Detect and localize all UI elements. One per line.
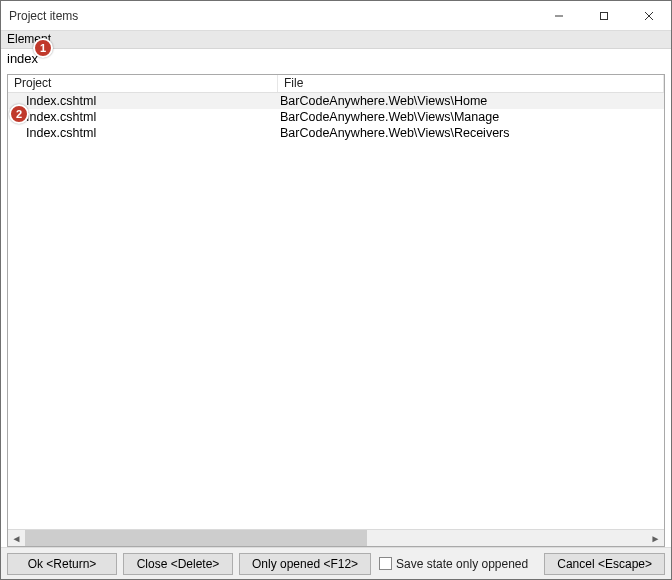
cancel-button[interactable]: Cancel <Escape>: [544, 553, 665, 575]
column-headers: Project File: [8, 75, 664, 93]
scrollbar-track[interactable]: [25, 530, 647, 546]
save-state-label: Save state only oppened: [396, 557, 528, 571]
search-input[interactable]: [7, 51, 665, 66]
table-row[interactable]: Index.cshtmlBarCodeAnywhere.Web\Views\Ma…: [8, 109, 664, 125]
scroll-right-arrow-icon[interactable]: ►: [647, 530, 664, 547]
minimize-icon: [554, 11, 564, 21]
scrollbar-thumb[interactable]: [25, 530, 367, 546]
annotation-callout-1: 1: [33, 38, 53, 58]
column-header-project[interactable]: Project: [8, 75, 278, 92]
search-row: [1, 49, 671, 71]
save-state-checkbox[interactable]: [379, 557, 392, 570]
ok-button[interactable]: Ok <Return>: [7, 553, 117, 575]
close-icon: [644, 11, 654, 21]
maximize-button[interactable]: [581, 1, 626, 30]
cell-project: Index.cshtml: [8, 110, 278, 124]
horizontal-scrollbar[interactable]: ◄ ►: [8, 529, 664, 546]
close-window-button[interactable]: [626, 1, 671, 30]
dialog-footer: Ok <Return> Close <Delete> Only opened <…: [1, 547, 671, 579]
window-controls: [536, 1, 671, 30]
window-title: Project items: [9, 9, 536, 23]
annotation-callout-2: 2: [9, 104, 29, 124]
cell-file: BarCodeAnywhere.Web\Views\Home: [278, 94, 664, 108]
results-rows: Index.cshtmlBarCodeAnywhere.Web\Views\Ho…: [8, 93, 664, 529]
scroll-left-arrow-icon[interactable]: ◄: [8, 530, 25, 547]
cell-file: BarCodeAnywhere.Web\Views\Receivers: [278, 126, 664, 140]
project-items-dialog: Project items Element Project File Index…: [0, 0, 672, 580]
cell-project: Index.cshtml: [8, 126, 278, 140]
close-button[interactable]: Close <Delete>: [123, 553, 233, 575]
titlebar: Project items: [1, 1, 671, 31]
table-row[interactable]: Index.cshtmlBarCodeAnywhere.Web\Views\Re…: [8, 125, 664, 141]
save-state-checkbox-wrap[interactable]: Save state only oppened: [379, 557, 528, 571]
search-label-row: Element: [1, 31, 671, 49]
column-header-file[interactable]: File: [278, 75, 664, 92]
table-row[interactable]: Index.cshtmlBarCodeAnywhere.Web\Views\Ho…: [8, 93, 664, 109]
cell-file: BarCodeAnywhere.Web\Views\Manage: [278, 110, 664, 124]
results-panel: Project File Index.cshtmlBarCodeAnywhere…: [7, 74, 665, 547]
maximize-icon: [599, 11, 609, 21]
minimize-button[interactable]: [536, 1, 581, 30]
only-opened-button[interactable]: Only opened <F12>: [239, 553, 371, 575]
svg-rect-1: [600, 12, 607, 19]
cell-project: Index.cshtml: [8, 94, 278, 108]
